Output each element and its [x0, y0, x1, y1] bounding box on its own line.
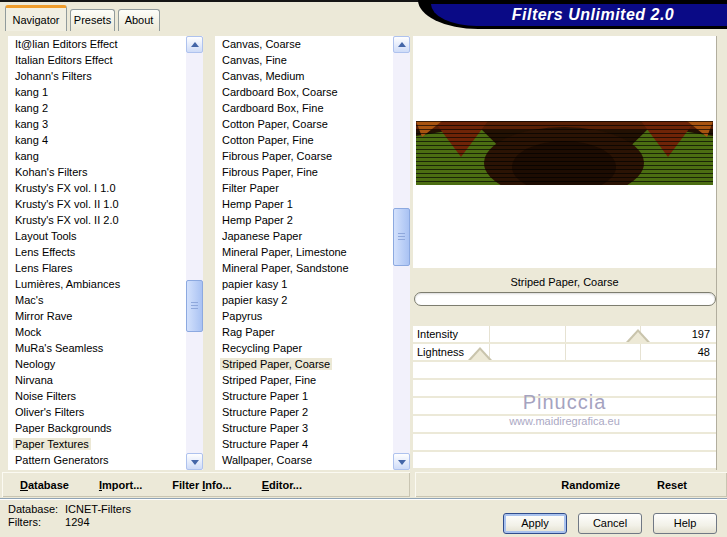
list-item[interactable]: Cardboard Box, Coarse: [215, 84, 393, 100]
scroll-up-icon: [398, 42, 406, 47]
status-database-value: ICNET-Filters: [65, 503, 131, 515]
list-item[interactable]: Wallpaper, Coarse: [215, 452, 393, 468]
slider-thumb-icon[interactable]: [468, 347, 492, 360]
list-item[interactable]: Pattern Generators: [8, 452, 186, 468]
slider-row-empty: [413, 362, 716, 378]
list-item[interactable]: kang 2: [8, 100, 186, 116]
list-item[interactable]: Johann's Filters: [8, 68, 186, 84]
list-item[interactable]: Layout Tools: [8, 228, 186, 244]
list-item[interactable]: Oliver's Filters: [8, 404, 186, 420]
list-item[interactable]: Lens Effects: [8, 244, 186, 260]
list-item[interactable]: Lumières, Ambiances: [8, 276, 186, 292]
scrollbar-thumb[interactable]: [186, 280, 203, 332]
list-item[interactable]: Mineral Paper, Sandstone: [215, 260, 393, 276]
scroll-down-button[interactable]: [393, 453, 410, 470]
list-item[interactable]: It@lian Editors Effect: [8, 36, 186, 52]
list-item[interactable]: Hemp Paper 2: [215, 212, 393, 228]
list-item[interactable]: Recycling Paper: [215, 340, 393, 356]
list-item[interactable]: kang 3: [8, 116, 186, 132]
list-item[interactable]: papier kasy 1: [215, 276, 393, 292]
apply-button[interactable]: Apply: [503, 513, 567, 534]
scrollbar-thumb[interactable]: [393, 208, 410, 266]
scroll-down-icon: [191, 460, 199, 465]
list-item[interactable]: papier kasy 2: [215, 292, 393, 308]
progress-bar: [414, 292, 716, 306]
tab-about[interactable]: About: [118, 9, 160, 31]
list-item[interactable]: Structure Paper 1: [215, 388, 393, 404]
list-item[interactable]: Mineral Paper, Limestone: [215, 244, 393, 260]
status-filters-value: 1294: [65, 516, 89, 528]
list-item[interactable]: Italian Editors Effect: [8, 52, 186, 68]
tab-navigator[interactable]: Navigator: [5, 5, 67, 31]
list-item[interactable]: Krusty's FX vol. I 1.0: [8, 180, 186, 196]
tab-presets[interactable]: Presets: [70, 9, 115, 31]
list-item[interactable]: Neology: [8, 356, 186, 372]
slider-tick: [565, 326, 566, 342]
list-item[interactable]: Structure Paper 4: [215, 436, 393, 452]
list-item[interactable]: Noise Filters: [8, 388, 186, 404]
slider-thumb-icon[interactable]: [626, 329, 650, 342]
list-item[interactable]: Mirror Rave: [8, 308, 186, 324]
help-button[interactable]: Help: [653, 513, 717, 534]
list-item[interactable]: Canvas, Fine: [215, 52, 393, 68]
list-item[interactable]: Mac's: [8, 292, 186, 308]
list-item[interactable]: Cotton Paper, Fine: [215, 132, 393, 148]
list-item[interactable]: Fibrous Paper, Coarse: [215, 148, 393, 164]
filter-list[interactable]: Canvas, CoarseCanvas, FineCanvas, Medium…: [215, 36, 393, 470]
status-filters: Filters: 1294: [8, 516, 90, 528]
toolbar-left: DatabaseImport...Filter Info...Editor...: [2, 472, 410, 497]
scroll-down-icon: [398, 460, 406, 465]
list-item[interactable]: Krusty's FX vol. II 2.0: [8, 212, 186, 228]
slider-lightness[interactable]: Lightness48: [413, 344, 716, 360]
list-item[interactable]: Structure Paper 3: [215, 420, 393, 436]
list-item[interactable]: Nirvana: [8, 372, 186, 388]
slider-value: 197: [692, 326, 710, 342]
list-item[interactable]: Krusty's FX vol. II 1.0: [8, 196, 186, 212]
list-item[interactable]: Kohan's Filters: [8, 164, 186, 180]
toolbar-button-reset[interactable]: Reset: [657, 479, 687, 491]
scroll-up-button[interactable]: [393, 36, 410, 53]
slider-intensity[interactable]: Intensity197: [413, 326, 716, 342]
cancel-button[interactable]: Cancel: [578, 513, 642, 534]
status-separator: [0, 498, 727, 500]
list-item[interactable]: Lens Flares: [8, 260, 186, 276]
toolbar-button-filter-info[interactable]: Filter Info...: [172, 479, 231, 491]
toolbar-button-randomize[interactable]: Randomize: [561, 479, 620, 491]
list-item[interactable]: Papyrus: [215, 308, 393, 324]
list-item[interactable]: Rag Paper: [215, 324, 393, 340]
list-item[interactable]: Japanese Paper: [215, 228, 393, 244]
list-item[interactable]: Striped Paper, Coarse: [215, 356, 393, 372]
list-item[interactable]: Canvas, Medium: [215, 68, 393, 84]
toolbar-button-editor[interactable]: Editor...: [262, 479, 302, 491]
list-item[interactable]: Paper Textures: [8, 436, 186, 452]
list-item[interactable]: Fibrous Paper, Fine: [215, 164, 393, 180]
selected-filter-caption: Striped Paper, Coarse: [413, 276, 716, 288]
app-title: Filters Unlimited 2.0: [431, 4, 727, 26]
list-item[interactable]: Cotton Paper, Coarse: [215, 116, 393, 132]
toolbar-button-import[interactable]: Import...: [99, 479, 142, 491]
list-item[interactable]: Mock: [8, 324, 186, 340]
list-item[interactable]: kang 4: [8, 132, 186, 148]
category-list[interactable]: It@lian Editors EffectItalian Editors Ef…: [8, 36, 186, 470]
list-item[interactable]: MuRa's Seamless: [8, 340, 186, 356]
list-item[interactable]: kang: [8, 148, 186, 164]
scroll-up-button[interactable]: [186, 36, 203, 53]
list-item[interactable]: Hemp Paper 1: [215, 196, 393, 212]
list-item[interactable]: Structure Paper 2: [215, 404, 393, 420]
category-scrollbar[interactable]: [186, 36, 203, 470]
list-item[interactable]: Canvas, Coarse: [215, 36, 393, 52]
list-item[interactable]: Filter Paper: [215, 180, 393, 196]
toolbar-right: RandomizeReset: [415, 472, 727, 497]
list-item[interactable]: kang 1: [8, 84, 186, 100]
filter-scrollbar[interactable]: [393, 36, 410, 470]
scroll-down-button[interactable]: [186, 453, 203, 470]
slider-label: Lightness: [417, 344, 464, 360]
status-filters-label: Filters:: [8, 516, 62, 528]
slider-tick: [565, 344, 566, 360]
list-item[interactable]: Paper Backgrounds: [8, 420, 186, 436]
slider-row-empty: [413, 434, 716, 450]
panel-right-border: [716, 36, 717, 470]
toolbar-button-database[interactable]: Database: [20, 479, 69, 491]
list-item[interactable]: Cardboard Box, Fine: [215, 100, 393, 116]
list-item[interactable]: Striped Paper, Fine: [215, 372, 393, 388]
